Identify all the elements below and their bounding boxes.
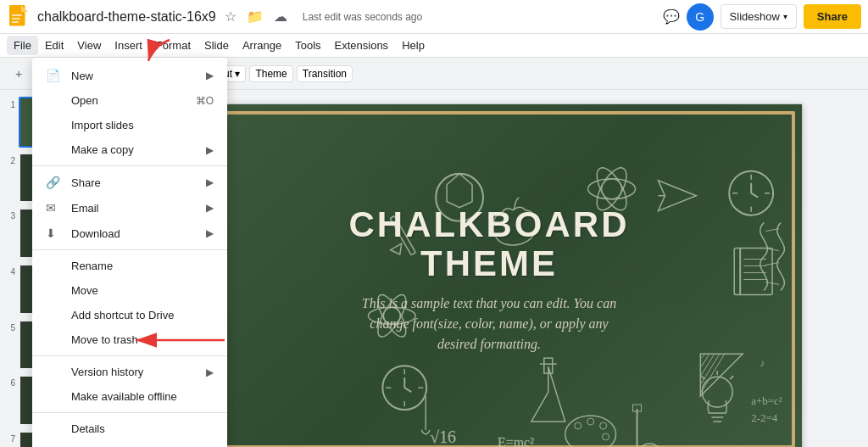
menu-new[interactable]: 📄 New ▶ bbox=[32, 63, 227, 88]
slide-title-line1: CHALKBOARD bbox=[349, 205, 630, 244]
last-edit-text: Last edit was seconds ago bbox=[303, 11, 422, 23]
slideshow-button[interactable]: Slideshow ▾ bbox=[721, 4, 797, 29]
top-right-actions: 💬 G Slideshow ▾ Share bbox=[663, 3, 861, 31]
cloud-icon[interactable]: ☁ bbox=[274, 8, 287, 25]
menu-arrange[interactable]: Arrange bbox=[236, 36, 288, 55]
doc-icon bbox=[7, 5, 31, 29]
menu-format[interactable]: Format bbox=[149, 36, 198, 55]
menu-import[interactable]: Import slides bbox=[32, 113, 227, 137]
menu-divider-2 bbox=[32, 249, 227, 250]
menu-language[interactable]: Language ▶ bbox=[32, 441, 227, 447]
new-icon: 📄 bbox=[46, 69, 63, 82]
menu-file[interactable]: File bbox=[7, 36, 38, 55]
menu-email[interactable]: ✉ Email ▶ bbox=[32, 195, 227, 221]
email-icon: ✉ bbox=[46, 201, 63, 215]
menu-divider-3 bbox=[32, 355, 227, 356]
copy-arrow-icon: ▶ bbox=[206, 144, 214, 156]
new-arrow-icon: ▶ bbox=[206, 70, 214, 81]
menu-move[interactable]: Move bbox=[32, 278, 227, 303]
transition-select[interactable]: Transition bbox=[297, 65, 353, 82]
user-avatar[interactable]: G bbox=[687, 3, 714, 31]
share-arrow-icon: ▶ bbox=[206, 176, 214, 188]
menu-slide[interactable]: Slide bbox=[198, 36, 236, 55]
svg-rect-3 bbox=[12, 18, 20, 20]
share-icon: 🔗 bbox=[46, 176, 63, 189]
svg-rect-2 bbox=[12, 14, 22, 16]
menu-extensions[interactable]: Extensions bbox=[328, 36, 396, 55]
menu-help[interactable]: Help bbox=[395, 36, 431, 55]
menu-insert[interactable]: Insert bbox=[108, 36, 149, 55]
menu-view[interactable]: View bbox=[70, 36, 108, 55]
chalkboard-background: √16 E=mc² bbox=[176, 104, 802, 447]
menu-edit[interactable]: Edit bbox=[38, 36, 70, 55]
menu-rename[interactable]: Rename bbox=[32, 254, 227, 278]
menu-divider-1 bbox=[32, 165, 227, 166]
menu-download[interactable]: ⬇ Download ▶ bbox=[32, 221, 227, 246]
menu-open[interactable]: Open ⌘O bbox=[32, 88, 227, 113]
svg-rect-4 bbox=[12, 21, 19, 23]
slide-body-text: This is a sample text that you can edit.… bbox=[353, 293, 625, 355]
menu-offline[interactable]: Make available offline bbox=[32, 384, 227, 409]
file-dropdown-menu: 📄 New ▶ Open ⌘O Import slides Make a cop… bbox=[32, 58, 227, 447]
menu-tools[interactable]: Tools bbox=[288, 36, 327, 55]
email-arrow-icon: ▶ bbox=[206, 202, 214, 214]
doc-title[interactable]: chalkboard-theme-static-16x9 bbox=[37, 9, 216, 25]
menu-divider-4 bbox=[32, 412, 227, 413]
comments-icon[interactable]: 💬 bbox=[663, 8, 680, 25]
share-button[interactable]: Share bbox=[804, 4, 861, 29]
menu-add-shortcut[interactable]: Add shortcut to Drive bbox=[32, 303, 227, 327]
menu-trash[interactable]: Move to trash bbox=[32, 327, 227, 352]
menu-version[interactable]: Version history ▶ bbox=[32, 360, 227, 384]
theme-select[interactable]: Theme bbox=[249, 65, 292, 82]
menu-copy[interactable]: Make a copy ▶ bbox=[32, 137, 227, 162]
slide-title-line2: THEME bbox=[420, 244, 558, 283]
download-icon: ⬇ bbox=[46, 226, 63, 240]
folder-icon[interactable]: 📁 bbox=[247, 8, 264, 25]
top-bar: chalkboard-theme-static-16x9 ☆ 📁 ☁ Last … bbox=[0, 0, 868, 34]
menu-details[interactable]: Details bbox=[32, 416, 227, 441]
slideshow-caret-icon: ▾ bbox=[783, 12, 787, 21]
star-icon[interactable]: ☆ bbox=[225, 8, 236, 25]
menu-bar: File Edit View Insert Format Slide Arran… bbox=[0, 34, 868, 58]
download-arrow-icon: ▶ bbox=[206, 227, 214, 239]
version-arrow-icon: ▶ bbox=[206, 366, 214, 378]
slide-text-content: CHALKBOARD THEME This is a sample text t… bbox=[176, 104, 802, 447]
slide-canvas-main[interactable]: √16 E=mc² bbox=[175, 103, 803, 447]
menu-share[interactable]: 🔗 Share ▶ bbox=[32, 170, 227, 195]
add-slide-button[interactable]: + bbox=[7, 62, 31, 86]
